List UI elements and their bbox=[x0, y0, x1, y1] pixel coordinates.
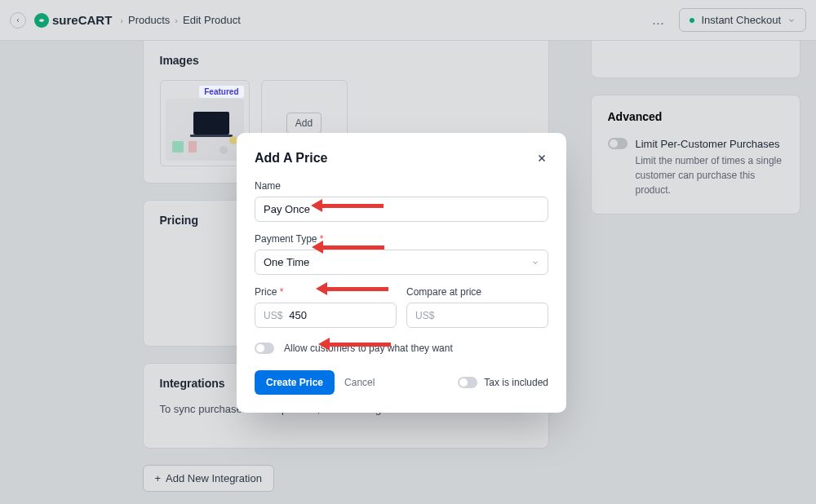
annotation-arrow bbox=[311, 199, 384, 212]
compare-input-wrapper: US$ bbox=[406, 303, 548, 328]
annotation-arrow bbox=[318, 338, 391, 351]
allow-pay-toggle[interactable] bbox=[255, 343, 274, 354]
payment-type-value: One Time bbox=[264, 256, 309, 268]
currency-prefix: US$ bbox=[264, 310, 282, 321]
price-label: Price bbox=[255, 286, 277, 298]
cancel-button[interactable]: Cancel bbox=[344, 377, 375, 388]
featured-badge: Featured bbox=[199, 86, 243, 98]
add-price-modal: Add A Price Name Payment Type * One Time… bbox=[237, 133, 566, 413]
tax-label: Tax is included bbox=[484, 377, 548, 388]
chevron-down-icon bbox=[531, 259, 539, 267]
name-label: Name bbox=[255, 180, 548, 192]
annotation-arrow bbox=[312, 241, 384, 254]
tax-included-toggle[interactable] bbox=[458, 377, 477, 388]
close-button[interactable] bbox=[535, 152, 548, 165]
name-input[interactable] bbox=[255, 197, 548, 222]
currency-prefix: US$ bbox=[415, 310, 434, 321]
price-input-wrapper: US$ bbox=[255, 303, 397, 328]
modal-title: Add A Price bbox=[255, 151, 328, 166]
required-marker: * bbox=[280, 286, 284, 298]
payment-type-label: Payment Type bbox=[255, 233, 317, 245]
annotation-arrow bbox=[316, 282, 388, 295]
compare-input[interactable] bbox=[441, 303, 539, 327]
payment-type-select[interactable]: One Time bbox=[255, 250, 548, 275]
create-price-button[interactable]: Create Price bbox=[255, 370, 335, 395]
close-icon bbox=[536, 153, 548, 164]
price-input[interactable] bbox=[289, 303, 388, 327]
compare-label: Compare at price bbox=[406, 286, 548, 298]
